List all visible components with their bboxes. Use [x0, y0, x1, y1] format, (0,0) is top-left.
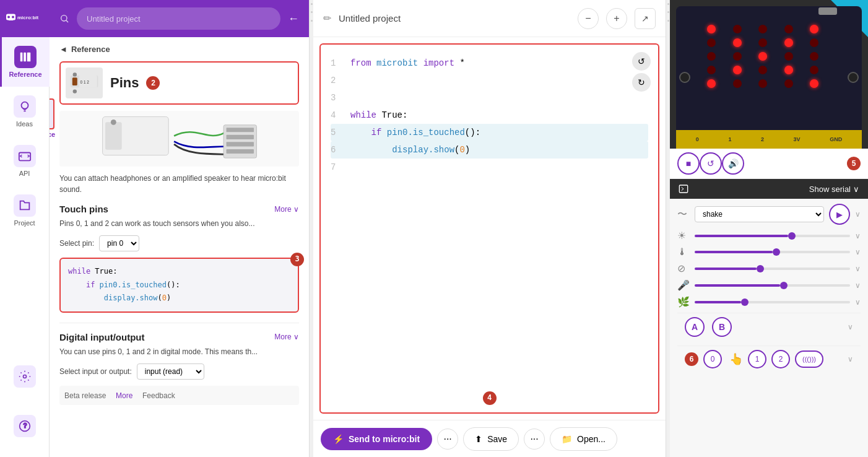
breadcrumb[interactable]: ◄ Reference	[59, 45, 299, 54]
shake-select[interactable]: shake tilt left tilt right face up face …	[695, 206, 824, 222]
touch-pins-title: Touch pins	[59, 204, 108, 214]
save-options-button[interactable]: ···	[524, 429, 545, 450]
touch-pins-more[interactable]: More ∨	[274, 205, 299, 214]
svg-point-14	[61, 15, 67, 21]
badge-4: 4	[483, 391, 497, 405]
zoom-in-button[interactable]: +	[606, 8, 627, 29]
sim-device: 0 1 2 3V GND	[670, 0, 868, 149]
beta-release-bar: Beta release More Feedback	[59, 386, 299, 405]
svg-point-1	[7, 16, 10, 19]
search-icon	[59, 14, 69, 24]
send-to-microbit-button[interactable]: ⚡ Send to micro:bit	[321, 428, 432, 450]
button-b[interactable]: B	[712, 317, 732, 337]
digital-io-section: Digital input/output More ∨	[59, 332, 299, 342]
send-options-button[interactable]: ···	[437, 429, 458, 450]
sensor-compass-row: ⊘ ∨	[677, 263, 861, 274]
restart-button[interactable]: ↺	[700, 152, 722, 175]
mic-slider-fill	[695, 284, 780, 287]
simulator-panel: 0 1 2 3V GND ■ ↺ 🔊 5 Show serial ∨	[670, 0, 868, 457]
badge-5: 5	[847, 157, 861, 170]
pin-button-1[interactable]: 1	[748, 350, 766, 368]
sidebar-item-api[interactable]: API	[0, 136, 50, 186]
usb-connector	[818, 7, 837, 15]
light-slider-thumb[interactable]	[788, 232, 796, 240]
select-pin-label: Select pin:	[59, 239, 94, 248]
redo-button[interactable]: ↻	[632, 73, 651, 92]
pin-label-1: 1	[728, 136, 731, 142]
play-button[interactable]: ▶	[829, 204, 850, 225]
accel-slider-fill	[695, 301, 741, 303]
svg-point-18	[73, 89, 77, 93]
accel-slider-track	[695, 301, 850, 303]
svg-point-8	[21, 102, 28, 109]
select-pin-row: Select pin: pin 0 pin 1 pin 2	[59, 235, 299, 251]
temp-chevron-icon: ∨	[855, 248, 861, 256]
accel-slider-thumb[interactable]	[741, 298, 749, 306]
sim-controls: ■ ↺ 🔊 5	[670, 149, 868, 179]
svg-text:?: ?	[23, 422, 27, 429]
shake-icon: 〜	[677, 208, 690, 221]
temp-slider-thumb[interactable]	[773, 248, 780, 256]
sidebar-item-help[interactable]: ?	[0, 401, 50, 451]
pin-oval-button[interactable]: ((()))	[795, 350, 823, 368]
expand-button[interactable]: ↗	[635, 8, 656, 29]
collapse-icon[interactable]: ←	[288, 12, 299, 25]
reference-header: ←	[50, 0, 309, 37]
compass-icon: ⊘	[677, 263, 690, 274]
temp-slider-fill	[695, 251, 773, 253]
pin-chevron-icon: ∨	[848, 355, 853, 363]
digital-io-desc: You can use pins 0, 1 and 2 in digital m…	[59, 346, 299, 357]
more-bottom-link[interactable]: More	[116, 391, 132, 400]
sensor-mic-row: 🎤 ∨	[677, 279, 861, 291]
sidebar-label-project: Project	[14, 219, 35, 227]
code-line-3: 3	[331, 89, 648, 107]
select-pin-dropdown[interactable]: pin 0 pin 1 pin 2	[99, 235, 139, 251]
pins-header: 0 1 2 Pins 2	[59, 61, 299, 105]
sidebar-item-project[interactable]: Project	[0, 186, 50, 235]
compass-slider-track	[695, 268, 850, 270]
reference-body: ◄ Reference 0 1 2 Pins 2	[50, 37, 309, 457]
button-a[interactable]: A	[685, 317, 705, 337]
pencil-icon: ✏	[323, 12, 331, 24]
show-serial-label: Show serial	[809, 185, 851, 194]
mic-slider-thumb[interactable]	[780, 282, 788, 289]
save-label: Save	[487, 434, 507, 444]
code-editor[interactable]: 1 from microbit import * 2 3 4 while Tru…	[319, 43, 659, 414]
sound-button[interactable]: 🔊	[722, 152, 744, 175]
logo[interactable]: micro:bit	[0, 0, 50, 37]
pin-button-2[interactable]: 2	[771, 350, 790, 368]
stop-button[interactable]: ■	[677, 152, 700, 175]
code-line-7: 7	[331, 159, 648, 176]
svg-point-26	[110, 120, 116, 125]
pin-0-label: 0	[711, 355, 715, 363]
pin-button-0[interactable]: 0	[703, 350, 722, 368]
search-input[interactable]	[77, 7, 280, 30]
mic-chevron-icon: ∨	[855, 281, 861, 290]
digital-io-more[interactable]: More ∨	[274, 333, 299, 341]
sidebar-item-reference[interactable]: Reference	[0, 37, 50, 87]
show-serial-button[interactable]: Show serial ∨	[809, 185, 859, 194]
svg-rect-29	[226, 135, 253, 139]
pin-label-gnd: GND	[830, 136, 842, 142]
open-button[interactable]: 📁 Open...	[550, 427, 617, 451]
select-io-dropdown[interactable]: input (read) output (write)	[137, 363, 204, 380]
sim-serial-bar: Show serial ∨	[670, 179, 868, 199]
button-right	[848, 72, 859, 83]
zoom-out-button[interactable]: −	[578, 8, 599, 29]
temp-icon: 🌡	[677, 246, 690, 258]
svg-point-11	[23, 375, 26, 378]
compass-slider-thumb[interactable]	[757, 265, 764, 272]
feedback-link[interactable]: Feedback	[142, 391, 175, 400]
svg-point-2	[12, 16, 14, 19]
temp-slider-track	[695, 251, 850, 253]
sidebar-item-ideas[interactable]: Ideas	[0, 87, 50, 136]
light-slider-fill	[695, 235, 788, 237]
undo-button[interactable]: ↺	[632, 52, 651, 71]
sidebar-item-settings[interactable]	[0, 352, 50, 401]
svg-rect-7	[27, 53, 31, 62]
svg-rect-5	[20, 53, 23, 62]
open-label: Open...	[577, 434, 605, 444]
svg-text:micro:bit: micro:bit	[17, 15, 39, 20]
sim-sensors: 〜 shake tilt left tilt right face up fac…	[670, 199, 868, 457]
save-button[interactable]: ⬆ Save	[463, 427, 519, 451]
